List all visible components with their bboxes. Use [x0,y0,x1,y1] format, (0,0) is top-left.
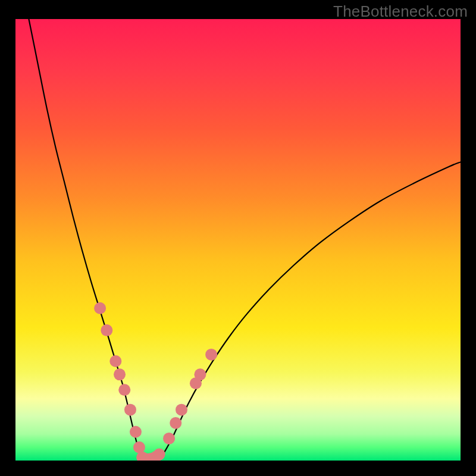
data-marker [205,349,217,361]
data-marker [194,368,206,380]
data-marker [114,368,126,380]
data-marker [154,449,165,461]
data-marker [94,302,106,314]
data-marker [130,426,142,438]
watermark-text: TheBottleneck.com [333,2,468,21]
gradient-background [15,19,461,461]
data-marker [133,441,145,453]
plot-area [15,19,461,461]
app-frame: TheBottleneck.com [0,0,476,476]
data-marker [176,404,187,416]
data-marker [118,384,130,396]
data-marker [101,324,112,336]
data-marker [124,404,136,416]
data-marker [163,433,175,444]
data-marker [170,417,181,429]
chart-svg [15,19,461,461]
data-marker [109,355,121,367]
